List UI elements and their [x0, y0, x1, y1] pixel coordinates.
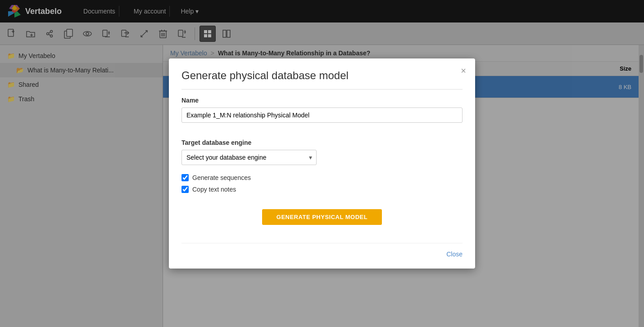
- modal-footer: Close: [181, 243, 463, 258]
- close-button[interactable]: Close: [446, 251, 463, 258]
- name-field-group: Name: [181, 97, 463, 132]
- modal-overlay: Generate physical database model × Name …: [0, 0, 644, 327]
- generate-btn-area: GENERATE PHYSICAL MODEL: [181, 204, 463, 236]
- checkbox-group: Generate sequences Copy text notes: [181, 174, 463, 193]
- generate-physical-model-modal: Generate physical database model × Name …: [169, 58, 475, 269]
- generate-sequences-text: Generate sequences: [192, 174, 251, 181]
- copy-text-notes-text: Copy text notes: [192, 186, 236, 193]
- modal-close-button[interactable]: ×: [461, 66, 466, 76]
- select-wrapper: Select your database engine ▾: [181, 150, 317, 165]
- generate-sequences-label[interactable]: Generate sequences: [181, 174, 463, 181]
- generate-physical-model-button[interactable]: GENERATE PHYSICAL MODEL: [262, 209, 382, 225]
- target-label: Target database engine: [181, 139, 463, 146]
- target-engine-group: Target database engine Select your datab…: [181, 139, 463, 165]
- modal-title: Generate physical database model: [181, 69, 463, 90]
- name-label: Name: [181, 97, 463, 104]
- generate-sequences-checkbox[interactable]: [181, 174, 189, 181]
- copy-text-notes-label[interactable]: Copy text notes: [181, 186, 463, 193]
- database-engine-select[interactable]: Select your database engine: [181, 150, 317, 165]
- copy-text-notes-checkbox[interactable]: [181, 186, 189, 193]
- name-input[interactable]: [181, 108, 463, 123]
